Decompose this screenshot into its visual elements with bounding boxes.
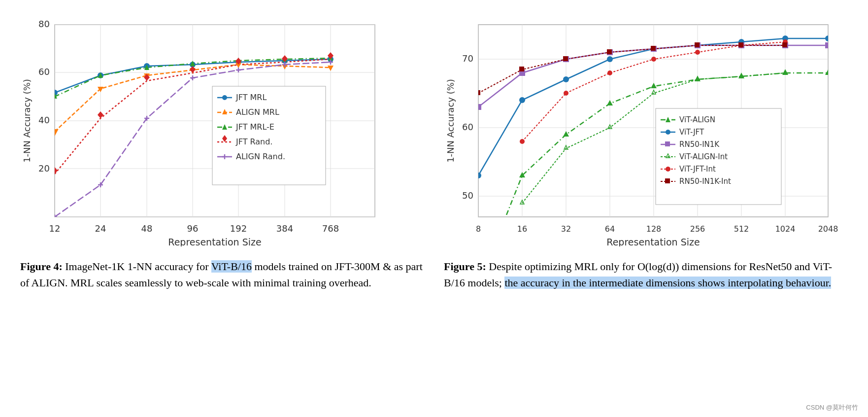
svg-point-153 — [651, 57, 656, 62]
watermark: CSDN @莫叶何竹 — [806, 403, 858, 412]
figure4-label: Figure 4: — [20, 260, 63, 273]
svg-rect-160 — [607, 49, 612, 54]
svg-text:70: 70 — [462, 53, 473, 64]
svg-text:ViT-JFT: ViT-JFT — [679, 128, 704, 137]
svg-point-127 — [563, 76, 569, 82]
svg-text:512: 512 — [734, 224, 749, 234]
svg-point-133 — [825, 35, 831, 41]
svg-rect-164 — [782, 42, 787, 47]
svg-text:16: 16 — [517, 224, 527, 234]
svg-text:ALIGN Rand.: ALIGN Rand. — [236, 152, 285, 161]
svg-rect-71 — [212, 86, 326, 185]
svg-rect-182 — [665, 178, 670, 183]
svg-point-152 — [607, 70, 612, 75]
caption5: Figure 5: Despite optimizing MRL only fo… — [444, 258, 848, 291]
svg-text:2048: 2048 — [818, 224, 838, 234]
svg-rect-159 — [563, 56, 568, 61]
svg-text:384: 384 — [276, 223, 293, 234]
main-container: 80 60 40 20 12 24 48 96 192 384 768 1-NN… — [0, 0, 868, 301]
svg-text:Representation Size: Representation Size — [606, 237, 700, 246]
svg-point-125 — [475, 173, 481, 178]
svg-point-170 — [666, 130, 670, 135]
svg-point-151 — [564, 91, 568, 96]
svg-rect-161 — [651, 46, 656, 51]
svg-text:1-NN Accuracy (%): 1-NN Accuracy (%) — [445, 79, 456, 163]
svg-point-128 — [607, 56, 613, 62]
svg-text:60: 60 — [38, 67, 50, 77]
svg-text:768: 768 — [322, 223, 339, 234]
svg-text:Representation Size: Representation Size — [168, 237, 261, 246]
chart5-container: 50 60 70 8 16 32 64 128 256 512 1024 204… — [444, 10, 848, 248]
svg-point-126 — [519, 97, 525, 103]
svg-text:24: 24 — [95, 223, 106, 234]
svg-point-150 — [520, 139, 525, 144]
svg-point-179 — [666, 167, 670, 172]
svg-rect-173 — [665, 141, 670, 146]
svg-text:JFT MRL-E: JFT MRL-E — [235, 122, 274, 132]
caption4: Figure 4: ImageNet-1K 1-NN accuracy for … — [20, 258, 424, 291]
svg-text:RN50-IN1K-Int: RN50-IN1K-Int — [679, 177, 731, 186]
svg-text:ViT-JFT-Int: ViT-JFT-Int — [679, 165, 716, 174]
svg-text:64: 64 — [605, 224, 615, 234]
svg-text:128: 128 — [646, 224, 662, 234]
svg-rect-158 — [519, 67, 524, 71]
svg-text:ViT-ALIGN: ViT-ALIGN — [679, 115, 715, 124]
chart4-svg: 80 60 40 20 12 24 48 96 192 384 768 1-NN… — [20, 10, 404, 246]
charts-row: 80 60 40 20 12 24 48 96 192 384 768 1-NN… — [20, 10, 848, 248]
captions-row: Figure 4: ImageNet-1K 1-NN accuracy for … — [20, 258, 848, 291]
svg-text:80: 80 — [38, 19, 50, 29]
svg-text:50: 50 — [462, 190, 473, 201]
svg-rect-157 — [475, 90, 480, 95]
svg-text:ViT-ALIGN-Int: ViT-ALIGN-Int — [679, 152, 728, 161]
figure5-label: Figure 5: — [444, 260, 486, 273]
svg-text:1-NN Accuracy (%): 1-NN Accuracy (%) — [22, 79, 32, 163]
svg-rect-162 — [695, 42, 700, 47]
caption5-highlight: the accuracy in the intermediate dimensi… — [504, 277, 831, 289]
svg-text:48: 48 — [141, 223, 153, 234]
svg-text:20: 20 — [38, 163, 50, 174]
svg-text:12: 12 — [49, 223, 61, 234]
svg-text:256: 256 — [690, 224, 705, 234]
svg-rect-163 — [738, 42, 743, 47]
svg-rect-134 — [475, 104, 481, 110]
svg-rect-142 — [825, 42, 831, 48]
svg-text:32: 32 — [561, 224, 571, 234]
svg-text:1024: 1024 — [775, 224, 796, 234]
svg-text:8: 8 — [476, 224, 481, 234]
svg-text:RN50-IN1K: RN50-IN1K — [679, 140, 720, 149]
svg-point-154 — [695, 50, 700, 55]
svg-text:JFT MRL: JFT MRL — [235, 93, 267, 102]
svg-text:60: 60 — [462, 122, 473, 132]
svg-text:192: 192 — [230, 223, 247, 234]
caption4-highlight: ViT-B/16 — [211, 260, 252, 273]
chart4-container: 80 60 40 20 12 24 48 96 192 384 768 1-NN… — [20, 10, 424, 248]
svg-text:96: 96 — [187, 223, 199, 234]
svg-text:JFT Rand.: JFT Rand. — [235, 137, 272, 146]
chart5-svg: 50 60 70 8 16 32 64 128 256 512 1024 204… — [444, 10, 858, 246]
svg-text:40: 40 — [38, 115, 50, 125]
svg-point-73 — [222, 95, 227, 100]
svg-text:ALIGN MRL: ALIGN MRL — [236, 107, 279, 117]
caption4-before: ImageNet-1K 1-NN accuracy for — [65, 260, 211, 273]
